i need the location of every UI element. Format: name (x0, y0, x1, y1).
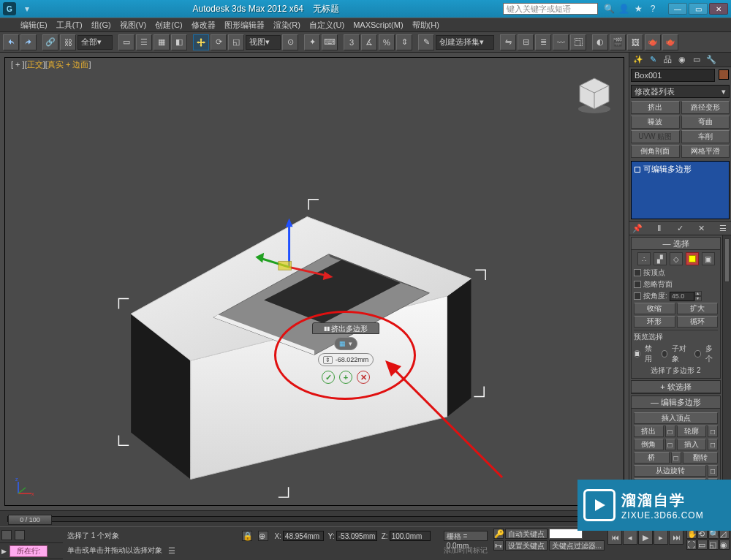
minimize-button[interactable]: — (668, 3, 687, 15)
link-button[interactable]: 🔗 (42, 34, 58, 50)
percent-snap-button[interactable]: % (379, 34, 395, 50)
hinge-button[interactable]: 从边旋转 (634, 465, 706, 477)
undo-button[interactable] (3, 34, 19, 50)
preview-multi-radio[interactable] (694, 350, 701, 357)
preview-subobj-radio[interactable] (662, 350, 668, 357)
select-manip-button[interactable]: ✦ (304, 34, 320, 50)
align-button[interactable]: ⊟ (518, 34, 534, 50)
help-icon[interactable]: ? (648, 4, 658, 14)
autokey-button[interactable]: 自动关键点 (505, 529, 548, 539)
object-color-swatch[interactable] (719, 69, 729, 80)
hinge-settings-button[interactable]: □ (708, 465, 718, 477)
panel-modify-icon[interactable]: ✎ (647, 54, 659, 66)
menu-edit[interactable]: 编辑(E) (20, 20, 48, 31)
menu-modifiers[interactable]: 修改器 (192, 20, 216, 31)
modifier-stack[interactable]: 可编辑多边形 (631, 161, 730, 219)
lock-selection-icon[interactable]: 🔒 (242, 531, 252, 541)
mod-lathe-button[interactable]: 车削 (681, 130, 730, 143)
subobj-border-icon[interactable]: ◇ (670, 252, 683, 265)
coord-x-input[interactable] (283, 531, 324, 541)
panel-hierarchy-icon[interactable]: 品 (662, 54, 673, 66)
rollout-head-editpoly[interactable]: — 编辑多边形 (632, 396, 720, 409)
trackbar-keys-button[interactable] (15, 530, 25, 540)
panel-motion-icon[interactable]: ◉ (676, 54, 688, 66)
ref-coord-dropdown[interactable]: 视图 ▾ (246, 35, 281, 50)
add-time-tag-label[interactable]: 添加时间标记 (444, 545, 488, 556)
schematic-button[interactable]: ⿹ (570, 34, 586, 50)
prev-frame-button[interactable]: ◂ (623, 530, 637, 545)
menu-grapheditors[interactable]: 图形编辑器 (224, 20, 265, 31)
signin-icon[interactable]: 👤 (618, 4, 629, 14)
nav-maxview-icon[interactable]: ◱ (708, 540, 719, 550)
mod-uvwmap-button[interactable]: UVW 贴图 (631, 130, 680, 143)
select-button[interactable]: ▭ (118, 34, 135, 50)
menu-rendering[interactable]: 渲染(R) (273, 20, 300, 31)
panel-display-icon[interactable]: ▭ (691, 54, 702, 66)
play-button[interactable]: ▶ (638, 530, 653, 545)
menu-customize[interactable]: 自定义(U) (309, 20, 344, 31)
rotate-button[interactable]: ⟳ (211, 34, 227, 50)
caddy-height-input[interactable]: ⇕-68.022mm (318, 353, 374, 366)
select-region-button[interactable]: ▦ (154, 34, 170, 50)
panel-scrollbar[interactable] (722, 235, 731, 510)
favorite-icon[interactable]: ★ (633, 4, 643, 14)
subobj-element-icon[interactable]: ▣ (702, 252, 715, 265)
nav-zoomall-icon[interactable]: ▭ (697, 540, 708, 550)
extrude-button[interactable]: 挤出 (634, 425, 664, 437)
stack-item-editable-poly[interactable]: 可编辑多边形 (633, 163, 727, 175)
named-selection-dropdown[interactable]: 创建选择集 ▾ (436, 35, 494, 50)
autokey-toggle-icon[interactable]: 🔑 (493, 529, 504, 539)
panel-create-icon[interactable]: ✨ (632, 54, 644, 66)
layer-button[interactable]: ≣ (535, 34, 551, 50)
subobj-edge-icon[interactable]: ▞ (654, 252, 667, 265)
scale-button[interactable]: ◱ (228, 34, 244, 50)
mod-noise-button[interactable]: 噪波 (631, 116, 680, 129)
close-button[interactable]: ✕ (709, 3, 728, 15)
menu-help[interactable]: 帮助(H) (412, 20, 439, 31)
mod-extrude-button[interactable]: 挤出 (631, 101, 680, 114)
menu-create[interactable]: 创建(C) (155, 20, 182, 31)
selection-filter-dropdown[interactable]: 全部 ▾ (77, 35, 113, 50)
by-angle-checkbox[interactable] (634, 292, 641, 300)
rollout-head-soft[interactable]: + 软选择 (632, 381, 720, 393)
redo-button[interactable] (20, 34, 37, 50)
grow-button[interactable]: 扩大 (677, 303, 719, 314)
edit-named-sel-button[interactable]: ✎ (418, 34, 434, 50)
unlink-button[interactable]: ⛓ (60, 34, 76, 50)
unique-icon[interactable]: ✓ (675, 223, 686, 233)
transform-type-icon[interactable]: ⊕ (258, 531, 268, 541)
preview-off-radio[interactable] (634, 350, 640, 357)
render-button[interactable]: 🫖 (645, 34, 661, 50)
angle-snap-button[interactable]: ∡ (361, 34, 377, 50)
caddy-cancel-button[interactable]: ✕ (357, 371, 370, 384)
mod-bevelprofile-button[interactable]: 倒角剖面 (631, 145, 680, 158)
bevel-button[interactable]: 倒角 (634, 439, 664, 450)
show-end-icon[interactable]: Ⅱ (654, 223, 664, 233)
setkey-icon[interactable]: 🗝 (493, 540, 504, 550)
mod-pathdeform-button[interactable]: 路径变形 (681, 101, 730, 114)
subobj-polygon-icon[interactable] (686, 252, 699, 265)
insert-vertex-button[interactable]: 插入顶点 (634, 412, 718, 424)
mod-meshsmooth-button[interactable]: 网格平滑 (681, 145, 730, 158)
loop-button[interactable]: 循环 (677, 316, 719, 328)
window-crossing-button[interactable]: ◧ (171, 34, 187, 50)
help-search-input[interactable]: 键入关键字或短语 (503, 3, 598, 15)
menu-views[interactable]: 视图(V) (120, 20, 147, 31)
script-listener-icon[interactable]: ☰ (168, 546, 175, 556)
trackbar-mini-button[interactable] (1, 530, 12, 540)
subobj-vertex-icon[interactable]: ∴ (637, 252, 651, 265)
pivot-button[interactable]: ⊙ (282, 34, 298, 50)
pin-stack-icon[interactable]: 📌 (632, 223, 643, 233)
coord-z-input[interactable] (390, 531, 431, 541)
caddy-title[interactable]: ▮▮挤出多边形 (312, 322, 379, 334)
mirror-button[interactable]: ⇋ (500, 34, 516, 50)
material-editor-button[interactable]: ◐ (592, 34, 608, 50)
mod-bend-button[interactable]: 弯曲 (681, 116, 730, 129)
nav-orbit-icon[interactable]: ◉ (719, 540, 730, 550)
rollout-head-selection[interactable]: — 选择 (632, 238, 720, 250)
caddy-mode-button[interactable]: ▦▾ (334, 337, 357, 350)
curve-editor-button[interactable]: 〰 (553, 34, 569, 50)
by-vertex-checkbox[interactable] (634, 269, 641, 276)
ring-button[interactable]: 环形 (634, 316, 675, 328)
remove-mod-icon[interactable]: ✕ (697, 223, 707, 233)
